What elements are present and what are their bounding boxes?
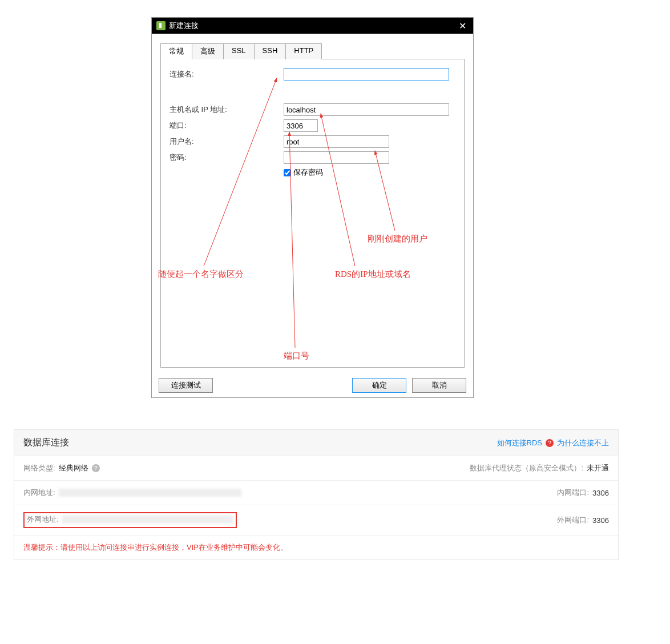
inner-addr-row: 内网地址: 内网端口: 3306 [14,481,618,505]
annot-host: RDS的IP地址或域名 [335,269,411,280]
pass-label: 密码: [169,152,284,163]
proxy-value: 未开通 [587,463,609,473]
conn-name-label: 连接名: [169,69,284,79]
outer-addr-highlight: 外网地址: [23,512,237,528]
outer-addr-value-blurred [62,516,233,524]
inner-port-label: 内网端口: [557,488,589,498]
form-area: 连接名: 主机名或 IP 地址: 端口: 用户名: 密码: 保存密码 [160,59,465,368]
panel-title: 数据库连接 [23,437,69,449]
annot-user: 刚刚创建的用户 [368,234,427,244]
titlebar: 新建连接 ✕ [152,18,473,34]
why-fail-link[interactable]: 为什么连接不上 [557,438,609,448]
user-input[interactable] [284,135,389,148]
save-pass-checkbox[interactable] [284,169,291,176]
tab-http[interactable]: HTTP [285,43,322,59]
host-input[interactable] [284,103,449,116]
conn-name-input[interactable] [284,68,449,80]
new-connection-dialog: 新建连接 ✕ 常规 高级 SSL SSH HTTP 连接名: 主机名或 IP 地… [151,17,474,398]
port-label: 端口: [169,120,284,131]
net-type-label: 网络类型: [23,463,55,473]
proxy-label: 数据库代理状态（原高安全模式）: [470,463,583,473]
info-icon: ? [92,464,100,472]
outer-port-value: 3306 [592,516,609,525]
db-connection-panel: 数据库连接 如何连接RDS ? 为什么连接不上 网络类型: 经典网络 ? 数据库… [14,429,619,560]
dialog-title: 新建连接 [169,21,199,31]
ok-button[interactable]: 确定 [352,378,406,393]
tab-ssh[interactable]: SSH [254,43,286,59]
pass-input[interactable] [284,151,389,164]
host-label: 主机名或 IP 地址: [169,104,284,115]
cancel-button[interactable]: 取消 [412,378,466,393]
test-connection-button[interactable]: 连接测试 [159,378,213,393]
close-icon[interactable]: ✕ [457,21,469,31]
net-type-value: 经典网络 [59,463,88,473]
how-connect-link[interactable]: 如何连接RDS [497,438,542,448]
outer-port-label: 外网端口: [557,515,589,525]
tip-text: 温馨提示：请使用以上访问连接串进行实例连接，VIP在业务维护中可能会变化。 [14,536,618,560]
dialog-actions: 连接测试 确定 取消 [152,373,473,397]
annot-name: 随便起一个名字做区分 [158,269,244,280]
tab-ssl[interactable]: SSL [223,43,255,59]
outer-addr-label: 外网地址: [27,514,59,525]
tabs: 常规 高级 SSL SSH HTTP [160,43,465,59]
panel-header: 数据库连接 如何连接RDS ? 为什么连接不上 [14,430,618,456]
inner-addr-value-blurred [59,489,241,497]
tab-general[interactable]: 常规 [160,43,192,59]
help-icon: ? [546,439,554,447]
inner-port-value: 3306 [592,489,609,497]
annot-port: 端口号 [284,351,309,361]
save-pass-label: 保存密码 [293,167,323,178]
port-input[interactable] [284,119,318,132]
outer-addr-row: 外网地址: 外网端口: 3306 [14,505,618,536]
app-icon [156,21,166,30]
inner-addr-label: 内网地址: [23,488,55,498]
svg-line-3 [289,132,295,348]
tab-advanced[interactable]: 高级 [192,43,224,59]
user-label: 用户名: [169,136,284,147]
net-type-row: 网络类型: 经典网络 ? 数据库代理状态（原高安全模式）: 未开通 [14,456,618,481]
